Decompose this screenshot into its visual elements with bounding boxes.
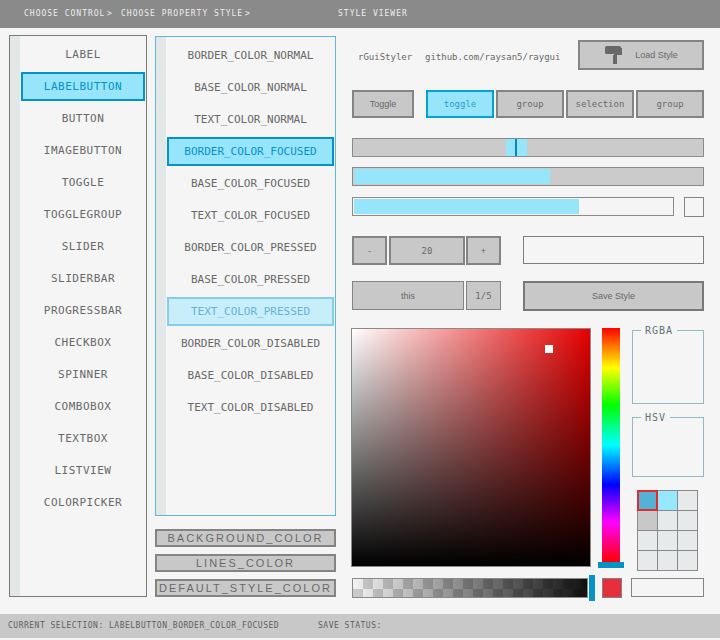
toggle-group: togglegroupselectiongroup <box>426 90 704 118</box>
property-list-item[interactable]: TEXT_COLOR_PRESSED <box>167 297 334 326</box>
control-list-item[interactable]: TOGGLEGROUP <box>21 200 145 229</box>
color-swatch[interactable] <box>658 491 677 510</box>
slider-knob-line <box>515 139 517 156</box>
properties-scrollbar[interactable] <box>156 37 166 515</box>
alpha-bar[interactable] <box>352 578 588 598</box>
crumb-choose-property-style: CHOOSE PROPERTY STYLE <box>121 0 243 28</box>
combobox-button[interactable]: this <box>352 281 464 310</box>
progressbar <box>352 197 674 216</box>
color-swatch[interactable] <box>638 491 657 510</box>
slider-knob[interactable] <box>506 139 527 156</box>
control-list-item[interactable]: LABEL <box>21 40 145 69</box>
control-list-item[interactable]: BUTTON <box>21 104 145 133</box>
color-swatch[interactable] <box>658 531 677 550</box>
load-style-label: Load Style <box>635 50 678 60</box>
color-swatch[interactable] <box>638 551 657 570</box>
paint-roller-icon <box>604 45 626 65</box>
control-list-item[interactable]: SLIDER <box>21 232 145 261</box>
property-list-item[interactable]: BORDER_COLOR_FOCUSED <box>167 137 334 166</box>
background-color-button[interactable]: BACKGROUND_COLOR <box>155 529 336 547</box>
sliderbar[interactable] <box>352 167 704 186</box>
control-list-item[interactable]: COMBOBOX <box>21 392 145 421</box>
combobox-counter[interactable]: 1/5 <box>466 281 501 310</box>
control-list-item[interactable]: IMAGEBUTTON <box>21 136 145 165</box>
color-swatch[interactable] <box>678 511 697 530</box>
color-swatch[interactable] <box>678 551 697 570</box>
text-input[interactable] <box>523 236 704 264</box>
progressbar-fill <box>354 199 579 214</box>
rgba-groupbox: RGBA <box>632 330 704 404</box>
control-list-item[interactable]: LABELBUTTON <box>21 72 145 101</box>
property-list-item[interactable]: BORDER_COLOR_DISABLED <box>167 329 334 358</box>
property-list-item[interactable]: TEXT_COLOR_FOCUSED <box>167 201 334 230</box>
properties-listview: BORDER_COLOR_NORMALBASE_COLOR_NORMALTEXT… <box>155 36 336 516</box>
control-list-item[interactable]: PROGRESSBAR <box>21 296 145 325</box>
property-list-item[interactable]: BORDER_COLOR_NORMAL <box>167 41 334 70</box>
color-swatch-grid <box>637 490 698 571</box>
control-list-item[interactable]: TEXTBOX <box>21 424 145 453</box>
property-list-item[interactable]: BASE_COLOR_DISABLED <box>167 361 334 390</box>
chevron-right-icon: > <box>245 0 251 28</box>
property-list-item[interactable]: BASE_COLOR_PRESSED <box>167 265 334 294</box>
toggle-group-item[interactable]: group <box>496 90 564 118</box>
rgba-label: RGBA <box>641 325 677 336</box>
hsv-label: HSV <box>641 412 670 423</box>
color-swatch[interactable] <box>658 511 677 530</box>
sliderbar-fill <box>354 169 550 184</box>
checkbox[interactable] <box>684 197 704 217</box>
crumb-choose-control: CHOOSE CONTROL <box>24 0 105 28</box>
current-selection-status: CURRENT SELECTION: LABELBUTTON_BORDER_CO… <box>8 614 279 638</box>
rguistyler-window: CHOOSE CONTROL > CHOOSE PROPERTY STYLE >… <box>0 0 720 640</box>
repo-link: github.com/raysan5/raygui <box>425 51 560 63</box>
app-title: rGuiStyler <box>358 51 412 63</box>
color-swatch[interactable] <box>638 511 657 530</box>
property-list-item[interactable]: TEXT_COLOR_DISABLED <box>167 393 334 422</box>
slider[interactable] <box>352 138 704 157</box>
control-list-item[interactable]: SPINNER <box>21 360 145 389</box>
controls-items: LABELLABELBUTTONBUTTONIMAGEBUTTONTOGGLET… <box>21 40 145 520</box>
control-list-item[interactable]: CHECKBOX <box>21 328 145 357</box>
property-list-item[interactable]: BASE_COLOR_FOCUSED <box>167 169 334 198</box>
color-picker-area[interactable] <box>351 328 591 567</box>
hex-value-box[interactable] <box>631 578 704 597</box>
control-list-item[interactable]: SLIDERBAR <box>21 264 145 293</box>
color-picker-cursor[interactable] <box>545 345 553 353</box>
status-bar: CURRENT SELECTION: LABELBUTTON_BORDER_CO… <box>0 614 720 638</box>
spinner-decrement-button[interactable]: - <box>352 236 387 265</box>
controls-scrollbar[interactable] <box>10 36 20 596</box>
control-list-item[interactable]: LISTVIEW <box>21 456 145 485</box>
default-style-color-button[interactable]: DEFAULT_STYLE_COLOR <box>155 579 336 597</box>
hue-bar-cursor[interactable] <box>598 562 624 568</box>
toggle-group-item[interactable]: selection <box>566 90 634 118</box>
property-list-item[interactable]: BORDER_COLOR_PRESSED <box>167 233 334 262</box>
top-bar: CHOOSE CONTROL > CHOOSE PROPERTY STYLE >… <box>0 0 720 28</box>
current-color-swatch <box>602 578 622 598</box>
color-swatch[interactable] <box>658 551 677 570</box>
save-style-button[interactable]: Save Style <box>523 281 704 311</box>
alpha-bar-cursor[interactable] <box>589 575 595 601</box>
control-list-item[interactable]: COLORPICKER <box>21 488 145 517</box>
toggle-button[interactable]: Toggle <box>352 90 414 118</box>
crumb-style-viewer: STYLE VIEWER <box>338 0 408 28</box>
hsv-groupbox: HSV <box>632 417 704 477</box>
color-swatch[interactable] <box>678 531 697 550</box>
controls-listview: LABELLABELBUTTONBUTTONIMAGEBUTTONTOGGLET… <box>9 35 147 597</box>
properties-items: BORDER_COLOR_NORMALBASE_COLOR_NORMALTEXT… <box>167 41 334 425</box>
property-list-item[interactable]: TEXT_COLOR_NORMAL <box>167 105 334 134</box>
spinner-value[interactable]: 20 <box>389 236 465 265</box>
spinner-increment-button[interactable]: + <box>466 236 501 265</box>
chevron-right-icon: > <box>107 0 113 28</box>
color-swatch[interactable] <box>678 491 697 510</box>
toggle-group-item[interactable]: group <box>636 90 704 118</box>
control-list-item[interactable]: TOGGLE <box>21 168 145 197</box>
hue-bar[interactable] <box>602 328 620 562</box>
lines-color-button[interactable]: LINES_COLOR <box>155 554 336 572</box>
color-swatch[interactable] <box>638 531 657 550</box>
toggle-group-item[interactable]: toggle <box>426 90 494 118</box>
save-status: SAVE STATUS: <box>318 614 382 638</box>
load-style-button[interactable]: Load Style <box>578 40 704 70</box>
property-list-item[interactable]: BASE_COLOR_NORMAL <box>167 73 334 102</box>
